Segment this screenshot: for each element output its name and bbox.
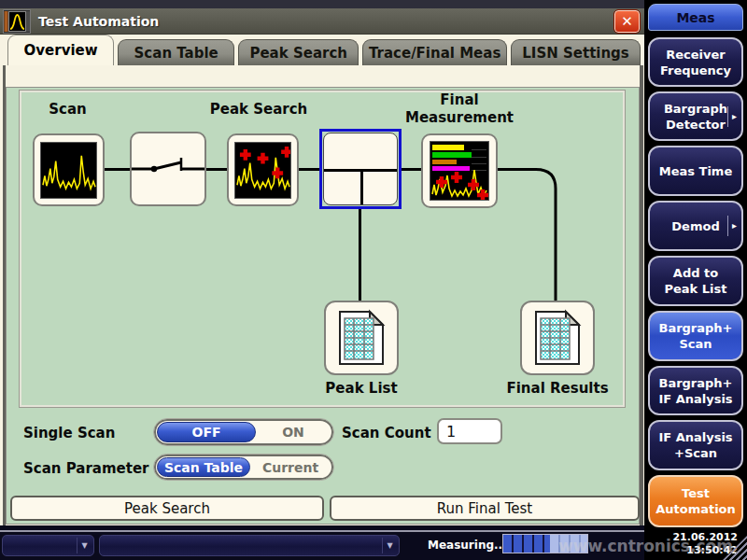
softkey-meas-time[interactable]: Meas Time	[648, 146, 743, 196]
window-title: Test Automation	[38, 14, 159, 29]
screen: Test Automation ✕ Overview Scan Table Pe…	[0, 0, 747, 560]
single-scan-toggle: OFF ON	[154, 419, 333, 445]
softkey-demod[interactable]: Demod ▸	[648, 201, 743, 251]
overview-panel: Scan Peak Search Final Measurement	[6, 87, 640, 525]
junction-line-vertical	[360, 169, 363, 204]
switch-icon	[132, 133, 204, 205]
scan-parameter-toggle: Scan Table Current	[154, 455, 333, 480]
tab-lisn-settings[interactable]: LISN Settings	[511, 39, 641, 65]
softkey-line: Frequency	[660, 63, 731, 78]
progress-remaining	[550, 535, 588, 553]
scan-trace-icon	[40, 142, 97, 199]
softkey-line: Add to	[673, 265, 718, 281]
tab-label: Trace/Final Meas	[369, 45, 500, 62]
flow-line-to-peak-list	[359, 207, 361, 301]
single-scan-off-option[interactable]: OFF	[157, 422, 256, 442]
close-button[interactable]: ✕	[614, 10, 640, 33]
measurement-progress-bar	[502, 534, 588, 553]
tab-bar: Overview Scan Table Peak Search Trace/Fi…	[0, 35, 644, 65]
date-text: 21.06.2012	[644, 531, 738, 544]
scan-parameter-scan-table-option[interactable]: Scan Table	[157, 457, 250, 477]
softkey-line: Detector	[666, 117, 726, 133]
final-measurement-label: Final Measurement	[403, 91, 515, 127]
softkey-bargraph-scan[interactable]: Bargraph+ Scan	[648, 311, 743, 361]
switch-node[interactable]	[130, 132, 206, 206]
run-final-test-button[interactable]: Run Final Test	[330, 496, 640, 521]
peak-search-button[interactable]: Peak Search	[10, 496, 324, 521]
softkey-line: Automation	[655, 501, 736, 517]
softkey-line: Meas Time	[659, 163, 732, 179]
tab-overview[interactable]: Overview	[7, 35, 114, 65]
softkey-receiver-frequency[interactable]: Receiver Frequency	[648, 37, 743, 87]
tab-label: Scan Table	[134, 45, 218, 62]
junction-inner	[323, 133, 398, 205]
softkey-sidebar: Meas Receiver Frequency Bargraph Detecto…	[644, 0, 747, 560]
peak-search-node[interactable]	[227, 133, 299, 206]
tab-peak-search[interactable]: Peak Search	[238, 39, 359, 65]
scan-parameter-label: Scan Parameter	[23, 460, 149, 477]
meas-menu-header: Meas	[648, 4, 743, 31]
tab-trace-final-meas[interactable]: Trace/Final Meas	[362, 39, 507, 65]
peak-search-label: Peak Search	[189, 101, 329, 119]
softkey-add-to-peak-list[interactable]: Add to Peak List	[648, 256, 743, 306]
scan-parameter-current-option[interactable]: Current	[250, 457, 331, 477]
softkey-line: Scan	[679, 336, 712, 352]
single-scan-label: Single Scan	[23, 425, 115, 441]
softkey-bargraph-detector[interactable]: Bargraph Detector ▸	[648, 91, 743, 141]
softkey-test-automation[interactable]: Test Automation	[648, 475, 743, 527]
scan-label: Scan	[23, 101, 112, 119]
softkey-line: Bargraph+	[658, 320, 732, 336]
final-measurement-node[interactable]	[421, 133, 498, 208]
peak-list-label: Peak List	[305, 380, 417, 398]
close-icon: ✕	[621, 13, 633, 30]
peak-list-node[interactable]	[324, 301, 399, 375]
softkey-line: Peak List	[665, 281, 727, 297]
softkey-line: Receiver	[666, 47, 726, 63]
status-bar-edge	[0, 530, 644, 532]
final-results-document-icon	[531, 309, 584, 367]
scan-count-label: Scan Count	[342, 425, 431, 441]
submenu-arrow-icon: ▸	[727, 106, 737, 127]
peak-list-document-icon	[335, 309, 388, 367]
single-scan-on-option[interactable]: ON	[256, 422, 331, 442]
progress-filled	[503, 535, 550, 553]
dropdown-arrow-icon[interactable]: ▼	[382, 538, 397, 553]
softkey-line: IF Analysis	[658, 391, 732, 407]
time-text: 13:50:42	[644, 544, 738, 557]
tab-label: Overview	[24, 42, 98, 59]
final-measurement-icon	[430, 141, 489, 201]
status-bar: ▼ ▼ Measuring...	[0, 525, 644, 560]
main-window: Test Automation ✕ Overview Scan Table Pe…	[0, 0, 644, 560]
window-border-right	[640, 65, 643, 527]
titlebar: Test Automation ✕	[0, 8, 644, 35]
softkey-if-analysis-scan[interactable]: IF Analysis +Scan	[648, 420, 743, 470]
final-results-label: Final Results	[492, 380, 623, 398]
softkey-line: +Scan	[674, 445, 717, 461]
final-results-node[interactable]	[520, 301, 595, 375]
submenu-arrow-icon: ▸	[727, 216, 737, 236]
softkey-line: Bargraph	[664, 101, 727, 117]
softkey-bargraph-if-analysis[interactable]: Bargraph+ IF Analysis	[648, 366, 743, 415]
spectrum-app-icon	[3, 9, 31, 34]
softkey-line: Demod	[671, 218, 719, 234]
scan-node[interactable]	[33, 133, 105, 206]
status-dropdown-1[interactable]: ▼	[2, 535, 94, 556]
softkey-line: Bargraph+	[658, 375, 732, 391]
tab-scan-table[interactable]: Scan Table	[118, 39, 234, 65]
scan-count-input[interactable]	[437, 418, 502, 444]
flow-line-to-final-results	[498, 166, 563, 302]
tab-label: Peak Search	[249, 45, 347, 62]
peak-search-trace-icon	[234, 142, 291, 199]
status-dropdown-2[interactable]: ▼	[99, 535, 400, 556]
softkey-line: Test	[682, 485, 710, 501]
measuring-status: Measuring...	[428, 539, 507, 552]
window-top-strip	[0, 0, 644, 8]
dropdown-arrow-icon[interactable]: ▼	[77, 538, 92, 553]
datetime-display: 21.06.2012 13:50:42	[644, 531, 738, 557]
softkey-line: IF Analysis	[658, 429, 732, 445]
junction-node-selected[interactable]	[319, 129, 402, 209]
tab-label: LISN Settings	[522, 45, 629, 62]
